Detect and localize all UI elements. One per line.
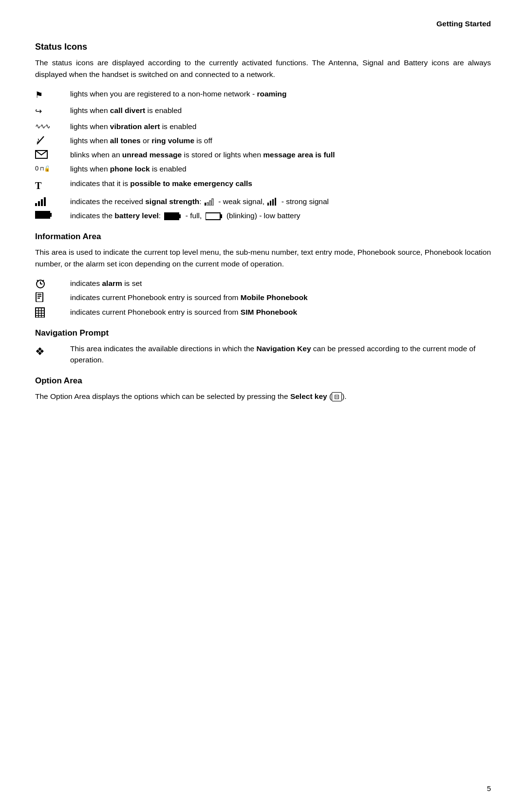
emergency-calls-description: indicates that it is possible to make em… xyxy=(70,178,491,189)
information-area-title: Information Area xyxy=(35,232,491,242)
mobile-phonebook-description: indicates current Phonebook entry is sou… xyxy=(70,292,491,303)
svg-rect-31 xyxy=(38,296,41,297)
vibration-alert-description: lights when vibration alert is enabled xyxy=(70,121,491,132)
list-item: blinks when an unread message is stored … xyxy=(35,149,491,160)
unread-message-icon xyxy=(35,149,70,159)
status-icons-section: Status Icons The status icons are displa… xyxy=(35,42,491,221)
signal-svg-icon xyxy=(35,196,48,206)
battery-full-inline-svg xyxy=(164,212,182,221)
signal-strength-icon xyxy=(35,196,70,206)
list-item: ∿∿∿ lights when vibration alert is enabl… xyxy=(35,121,491,132)
svg-rect-12 xyxy=(209,201,211,206)
emergency-calls-icon: T xyxy=(35,178,70,193)
list-item: ♪ lights when all tones or ring volume i… xyxy=(35,135,491,146)
vibration-alert-icon: ∿∿∿ xyxy=(35,121,70,132)
list-item: ❖ This area indicates the available dire… xyxy=(35,343,491,366)
alarm-description: indicates alarm is set xyxy=(70,278,491,289)
sim-phonebook-description: indicates current Phonebook entry is sou… xyxy=(70,306,491,318)
battery-low-inline-svg xyxy=(206,212,223,221)
list-item: indicates the received signal strength: … xyxy=(35,196,491,207)
svg-rect-23 xyxy=(220,214,222,218)
svg-rect-17 xyxy=(275,198,276,206)
svg-rect-30 xyxy=(38,294,41,295)
svg-rect-14 xyxy=(267,203,269,206)
signal-weak-svg xyxy=(205,198,215,206)
list-item: indicates the battery level: - full, (bl… xyxy=(35,210,491,221)
battery-level-description: indicates the battery level: - full, (bl… xyxy=(70,210,491,221)
svg-rect-7 xyxy=(38,201,40,206)
sim-phonebook-icon xyxy=(35,306,70,318)
svg-text:🔒: 🔒 xyxy=(44,165,49,172)
mobile-pb-svg-icon xyxy=(35,292,44,302)
svg-rect-32 xyxy=(38,298,40,299)
svg-rect-9 xyxy=(44,197,46,206)
svg-rect-19 xyxy=(50,213,52,217)
svg-rect-8 xyxy=(41,199,43,206)
battery-level-icon xyxy=(35,210,70,219)
list-item: indicates alarm is set xyxy=(35,278,491,289)
phone-lock-description: lights when phone lock is enabled xyxy=(70,163,491,174)
navigation-key-description: This area indicates the available direct… xyxy=(70,343,491,366)
alarm-icon xyxy=(35,278,70,289)
mobile-phonebook-icon xyxy=(35,292,70,302)
list-item: indicates current Phonebook entry is sou… xyxy=(35,306,491,318)
svg-rect-11 xyxy=(207,203,208,206)
list-item: ⚑ lights when you are registered to a no… xyxy=(35,88,491,102)
svg-rect-21 xyxy=(179,214,181,218)
option-area-title: Option Area xyxy=(35,376,491,386)
svg-rect-15 xyxy=(270,201,271,206)
page-header: Getting Started xyxy=(35,19,491,28)
sim-pb-svg-icon xyxy=(35,307,45,318)
phone-lock-icon: 0 ⊓ 🔒 xyxy=(35,163,70,172)
battery-full-svg xyxy=(35,210,53,219)
status-icons-title: Status Icons xyxy=(35,42,491,52)
navigation-prompt-title: Navigation Prompt xyxy=(35,328,491,338)
status-icons-intro: The status icons are displayed according… xyxy=(35,57,491,80)
call-divert-icon: ↪ xyxy=(35,105,70,118)
navigation-icon-list: ❖ This area indicates the available dire… xyxy=(35,343,491,366)
message-svg-icon xyxy=(35,150,48,159)
roaming-icon: ⚑ xyxy=(35,88,70,102)
option-area-intro: The Option Area displays the options whi… xyxy=(35,391,491,402)
svg-rect-16 xyxy=(272,199,274,206)
information-icon-list: indicates alarm is set indicates current… xyxy=(35,278,491,318)
call-divert-description: lights when call divert is enabled xyxy=(70,105,491,116)
svg-rect-20 xyxy=(164,213,179,220)
phonelock-svg-icon: 0 ⊓ 🔒 xyxy=(35,164,49,172)
header-title: Getting Started xyxy=(436,19,491,28)
list-item: indicates current Phonebook entry is sou… xyxy=(35,292,491,303)
tones-svg-icon: ♪ xyxy=(35,135,46,145)
svg-rect-22 xyxy=(206,213,220,220)
signal-strength-description: indicates the received signal strength: … xyxy=(70,196,491,207)
svg-text:0: 0 xyxy=(35,165,38,172)
list-item: 0 ⊓ 🔒 lights when phone lock is enabled xyxy=(35,163,491,174)
unread-message-description: blinks when an unread message is stored … xyxy=(70,149,491,160)
svg-rect-13 xyxy=(212,199,213,206)
page-number: 5 xyxy=(487,784,491,793)
option-area-section: Option Area The Option Area displays the… xyxy=(35,376,491,402)
all-tones-description: lights when all tones or ring volume is … xyxy=(70,135,491,146)
roaming-description: lights when you are registered to a non-… xyxy=(70,88,491,99)
list-item: T indicates that it is possible to make … xyxy=(35,178,491,193)
page-container: Getting Started Status Icons The status … xyxy=(0,0,526,449)
list-item: ↪ lights when call divert is enabled xyxy=(35,105,491,118)
information-area-intro: This area is used to indicate the curren… xyxy=(35,246,491,270)
svg-rect-10 xyxy=(205,203,206,206)
navigation-key-icon: ❖ xyxy=(35,343,70,359)
all-tones-icon: ♪ xyxy=(35,135,70,145)
information-area-section: Information Area This area is used to in… xyxy=(35,232,491,318)
signal-strong-svg xyxy=(267,198,278,206)
svg-rect-18 xyxy=(35,211,50,218)
status-icon-list: ⚑ lights when you are registered to a no… xyxy=(35,88,491,221)
svg-rect-33 xyxy=(36,308,44,318)
svg-rect-6 xyxy=(35,203,37,206)
alarm-svg-icon xyxy=(35,278,46,289)
navigation-prompt-section: Navigation Prompt ❖ This area indicates … xyxy=(35,328,491,366)
